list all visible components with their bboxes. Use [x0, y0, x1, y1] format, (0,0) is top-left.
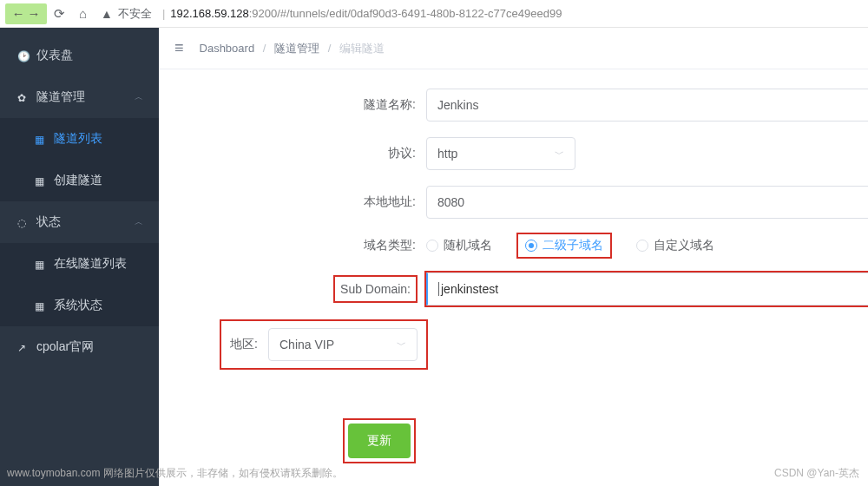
sidebar-item-label: 隧道列表: [54, 131, 102, 147]
domain-type-custom[interactable]: 自定义域名: [636, 238, 714, 253]
chevron-up-icon: ︿: [135, 216, 143, 228]
sidebar-item-label: 仪表盘: [36, 48, 73, 63]
sidebar-item-label: 系统状态: [54, 298, 102, 313]
input-value: Jenkins: [437, 98, 478, 112]
chevron-down-icon: ﹀: [397, 338, 406, 351]
footer-watermark: www.toymoban.com 网络图片仅供展示，非存储，如有侵权请联系删除。: [7, 466, 343, 481]
highlight-box: Sub Domain:: [335, 277, 416, 301]
region-select[interactable]: China VIP ﹀: [268, 328, 418, 361]
label-sub-domain: Sub Domain:: [340, 282, 411, 296]
domain-type-subdomain[interactable]: 二级子域名: [525, 238, 603, 253]
status-icon: [17, 215, 36, 229]
highlight-box: 地区: China VIP ﹀: [221, 321, 426, 368]
main-panel: ≡ Dashboard / 隧道管理 / 编辑隧道 隧道名称: Jenkins …: [159, 28, 868, 486]
grid-icon: [35, 299, 54, 312]
chevron-up-icon: ︿: [135, 91, 143, 103]
select-value: China VIP: [279, 338, 334, 351]
sidebar-item-tunnels[interactable]: 隧道管理 ︿: [0, 76, 159, 118]
submit-button[interactable]: 更新: [348, 424, 411, 458]
tunnel-name-input[interactable]: Jenkins: [426, 89, 868, 122]
insecure-icon: ▲: [101, 7, 113, 21]
radio-icon: [426, 240, 438, 252]
gauge-icon: [17, 49, 36, 62]
protocol-select[interactable]: http ﹀: [426, 137, 575, 170]
sidebar: 仪表盘 隧道管理 ︿ 隧道列表 创建隧道 状态 ︿ 在线隧道列表 系统状态: [0, 28, 159, 486]
tunnel-form: 隧道名称: Jenkins 协议: http ﹀ 本地地址: 8080 域: [159, 69, 868, 462]
sidebar-subitem-tunnels-create[interactable]: 创建隧道: [0, 160, 159, 201]
highlight-box: 更新: [345, 420, 414, 462]
label-protocol: 协议:: [159, 146, 426, 161]
chevron-down-icon: ﹀: [555, 148, 564, 161]
back-icon[interactable]: ←: [10, 6, 26, 21]
label-tunnel-name: 隧道名称:: [159, 97, 426, 113]
button-label: 更新: [367, 433, 391, 449]
sidebar-item-label: 隧道管理: [36, 89, 85, 105]
external-link-icon: [17, 341, 36, 354]
footer-credit: CSDN @Yan-英杰: [774, 466, 859, 481]
domain-type-random[interactable]: 随机域名: [426, 238, 492, 253]
label-domain-type: 域名类型:: [159, 238, 426, 253]
topbar: ≡ Dashboard / 隧道管理 / 编辑隧道: [159, 28, 868, 69]
gear-icon: [17, 90, 36, 104]
grid-icon: [35, 174, 54, 187]
sidebar-subitem-status-system[interactable]: 系统状态: [0, 285, 159, 326]
radio-icon: [525, 240, 537, 252]
menu-toggle-icon[interactable]: ≡: [174, 39, 184, 57]
highlight-box: 二级子域名: [518, 234, 610, 257]
grid-icon: [35, 257, 54, 271]
label-local-addr: 本地地址:: [159, 194, 426, 210]
input-value: 8080: [437, 195, 464, 209]
select-value: http: [437, 147, 457, 161]
sidebar-item-label: 创建隧道: [54, 173, 102, 188]
insecure-label: 不安全: [118, 6, 152, 22]
nav-arrows-group: ← →: [5, 3, 47, 24]
breadcrumb-root[interactable]: Dashboard: [200, 42, 255, 55]
sub-domain-input[interactable]: jenkinstest: [426, 273, 868, 305]
sidebar-subitem-status-online[interactable]: 在线隧道列表: [0, 243, 159, 285]
sidebar-item-cpolar-site[interactable]: cpolar官网: [0, 326, 159, 368]
sidebar-item-label: 在线隧道列表: [54, 256, 127, 272]
sidebar-item-label: 状态: [36, 214, 61, 230]
local-addr-input[interactable]: 8080: [426, 186, 868, 219]
home-icon[interactable]: ⌂: [79, 6, 87, 21]
domain-type-radio-group: 随机域名 二级子域名 自定义域名: [426, 234, 714, 257]
sidebar-item-label: cpolar官网: [36, 339, 94, 355]
url-host[interactable]: 192.168.59.128: [170, 7, 248, 20]
url-separator: |: [162, 7, 165, 20]
radio-label: 二级子域名: [542, 238, 603, 253]
label-region: 地区:: [230, 337, 258, 352]
browser-address-bar: ← → ⟳ ⌂ ▲ 不安全 | 192.168.59.128 :9200/#/t…: [0, 0, 868, 28]
reload-icon[interactable]: ⟳: [54, 6, 65, 22]
url-path: :9200/#/tunnels/edit/0daf90d3-6491-480b-…: [249, 7, 562, 20]
breadcrumb-section[interactable]: 隧道管理: [274, 42, 319, 55]
radio-label: 自定义域名: [654, 238, 714, 253]
radio-icon: [636, 240, 648, 252]
breadcrumb-current: 编辑隧道: [339, 42, 385, 55]
breadcrumb: Dashboard / 隧道管理 / 编辑隧道: [200, 41, 385, 56]
radio-label: 随机域名: [444, 238, 492, 253]
grid-icon: [35, 132, 54, 146]
input-value: jenkinstest: [438, 282, 498, 296]
sidebar-item-status[interactable]: 状态 ︿: [0, 201, 159, 243]
sidebar-item-dashboard[interactable]: 仪表盘: [0, 35, 159, 76]
forward-icon[interactable]: →: [26, 6, 42, 21]
sidebar-subitem-tunnels-list[interactable]: 隧道列表: [0, 118, 159, 160]
